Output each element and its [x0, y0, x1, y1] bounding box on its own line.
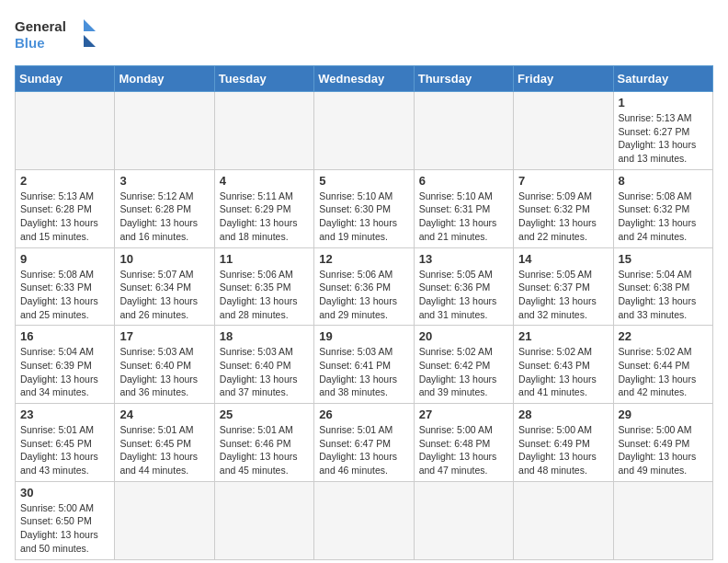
day-info: Sunrise: 5:05 AM Sunset: 6:36 PM Dayligh…	[419, 268, 508, 322]
day-number: 20	[419, 329, 508, 343]
day-number: 25	[220, 408, 309, 421]
calendar-week-5: 23Sunrise: 5:01 AM Sunset: 6:45 PM Dayli…	[16, 404, 713, 482]
day-number: 7	[518, 174, 608, 188]
day-number: 11	[220, 252, 309, 266]
calendar-cell	[214, 481, 313, 559]
calendar-cell: 22Sunrise: 5:02 AM Sunset: 6:44 PM Dayli…	[613, 326, 712, 404]
day-info: Sunrise: 5:07 AM Sunset: 6:34 PM Dayligh…	[119, 268, 209, 322]
calendar-cell	[514, 481, 613, 559]
calendar-cell	[314, 481, 414, 559]
calendar-cell: 13Sunrise: 5:05 AM Sunset: 6:36 PM Dayli…	[414, 247, 513, 326]
calendar-cell	[613, 481, 712, 559]
calendar-cell	[314, 92, 414, 170]
day-number: 12	[319, 252, 408, 266]
day-info: Sunrise: 5:01 AM Sunset: 6:46 PM Dayligh…	[220, 423, 309, 477]
calendar-cell: 8Sunrise: 5:08 AM Sunset: 6:32 PM Daylig…	[613, 169, 712, 247]
calendar-cell: 24Sunrise: 5:01 AM Sunset: 6:45 PM Dayli…	[115, 404, 214, 482]
calendar-cell: 18Sunrise: 5:03 AM Sunset: 6:40 PM Dayli…	[214, 326, 313, 404]
calendar-cell: 5Sunrise: 5:10 AM Sunset: 6:30 PM Daylig…	[314, 169, 414, 247]
calendar-week-4: 16Sunrise: 5:04 AM Sunset: 6:39 PM Dayli…	[16, 326, 713, 404]
day-info: Sunrise: 5:00 AM Sunset: 6:49 PM Dayligh…	[619, 423, 708, 477]
day-info: Sunrise: 5:02 AM Sunset: 6:43 PM Dayligh…	[518, 345, 608, 399]
day-number: 29	[619, 408, 708, 421]
calendar-cell	[514, 92, 613, 170]
calendar-cell: 16Sunrise: 5:04 AM Sunset: 6:39 PM Dayli…	[16, 326, 115, 404]
logo: General Blue	[15, 15, 97, 56]
day-number: 15	[619, 252, 708, 266]
calendar-cell: 25Sunrise: 5:01 AM Sunset: 6:46 PM Dayli…	[214, 404, 313, 482]
calendar-cell	[414, 481, 513, 559]
calendar-cell: 11Sunrise: 5:06 AM Sunset: 6:35 PM Dayli…	[214, 247, 313, 326]
calendar-cell: 21Sunrise: 5:02 AM Sunset: 6:43 PM Dayli…	[514, 326, 613, 404]
calendar-cell: 6Sunrise: 5:10 AM Sunset: 6:31 PM Daylig…	[414, 169, 513, 247]
day-number: 28	[518, 408, 608, 421]
day-number: 14	[518, 252, 608, 266]
svg-marker-2	[84, 19, 96, 31]
calendar-cell	[115, 92, 214, 170]
day-info: Sunrise: 5:08 AM Sunset: 6:32 PM Dayligh…	[619, 190, 708, 244]
day-info: Sunrise: 5:09 AM Sunset: 6:32 PM Dayligh…	[518, 190, 608, 244]
svg-text:Blue: Blue	[15, 35, 45, 51]
day-info: Sunrise: 5:00 AM Sunset: 6:49 PM Dayligh…	[518, 423, 608, 477]
calendar-cell: 28Sunrise: 5:00 AM Sunset: 6:49 PM Dayli…	[514, 404, 613, 482]
calendar-cell: 29Sunrise: 5:00 AM Sunset: 6:49 PM Dayli…	[613, 404, 712, 482]
calendar-cell: 17Sunrise: 5:03 AM Sunset: 6:40 PM Dayli…	[115, 326, 214, 404]
calendar-week-3: 9Sunrise: 5:08 AM Sunset: 6:33 PM Daylig…	[16, 247, 713, 326]
day-number: 27	[419, 408, 508, 421]
day-info: Sunrise: 5:02 AM Sunset: 6:44 PM Dayligh…	[619, 345, 708, 399]
day-number: 19	[319, 329, 408, 343]
day-info: Sunrise: 5:08 AM Sunset: 6:33 PM Dayligh…	[20, 268, 109, 322]
weekday-header-saturday: Saturday	[613, 66, 712, 92]
day-number: 10	[119, 252, 209, 266]
day-info: Sunrise: 5:04 AM Sunset: 6:39 PM Dayligh…	[20, 345, 109, 399]
day-number: 23	[20, 408, 109, 421]
day-info: Sunrise: 5:06 AM Sunset: 6:35 PM Dayligh…	[220, 268, 309, 322]
day-info: Sunrise: 5:03 AM Sunset: 6:40 PM Dayligh…	[220, 345, 309, 399]
day-number: 21	[518, 329, 608, 343]
day-number: 22	[619, 329, 708, 343]
day-number: 3	[119, 174, 209, 188]
day-info: Sunrise: 5:01 AM Sunset: 6:47 PM Dayligh…	[319, 423, 408, 477]
day-info: Sunrise: 5:12 AM Sunset: 6:28 PM Dayligh…	[119, 190, 209, 244]
day-info: Sunrise: 5:11 AM Sunset: 6:29 PM Dayligh…	[220, 190, 309, 244]
day-info: Sunrise: 5:02 AM Sunset: 6:42 PM Dayligh…	[419, 345, 508, 399]
day-number: 1	[619, 96, 708, 109]
day-info: Sunrise: 5:06 AM Sunset: 6:36 PM Dayligh…	[319, 268, 408, 322]
svg-text:General: General	[15, 18, 66, 34]
day-number: 26	[319, 408, 408, 421]
calendar-cell: 12Sunrise: 5:06 AM Sunset: 6:36 PM Dayli…	[314, 247, 414, 326]
day-number: 9	[20, 252, 109, 266]
day-info: Sunrise: 5:01 AM Sunset: 6:45 PM Dayligh…	[119, 423, 209, 477]
calendar-cell: 14Sunrise: 5:05 AM Sunset: 6:37 PM Dayli…	[514, 247, 613, 326]
weekday-header-thursday: Thursday	[414, 66, 513, 92]
calendar-cell	[414, 92, 513, 170]
day-info: Sunrise: 5:13 AM Sunset: 6:27 PM Dayligh…	[619, 111, 708, 166]
day-info: Sunrise: 5:10 AM Sunset: 6:30 PM Dayligh…	[319, 190, 408, 244]
day-number: 18	[220, 329, 309, 343]
day-number: 13	[419, 252, 508, 266]
day-info: Sunrise: 5:00 AM Sunset: 6:48 PM Dayligh…	[419, 423, 508, 477]
calendar-week-2: 2Sunrise: 5:13 AM Sunset: 6:28 PM Daylig…	[16, 169, 713, 247]
calendar-cell	[16, 92, 115, 170]
weekday-header-tuesday: Tuesday	[214, 66, 313, 92]
day-number: 5	[319, 174, 408, 188]
svg-marker-3	[84, 35, 96, 47]
calendar-cell: 15Sunrise: 5:04 AM Sunset: 6:38 PM Dayli…	[613, 247, 712, 326]
weekday-header-wednesday: Wednesday	[314, 66, 414, 92]
calendar-week-1: 1Sunrise: 5:13 AM Sunset: 6:27 PM Daylig…	[16, 92, 713, 170]
day-number: 16	[20, 329, 109, 343]
calendar-week-6: 30Sunrise: 5:00 AM Sunset: 6:50 PM Dayli…	[16, 481, 713, 559]
calendar-cell: 10Sunrise: 5:07 AM Sunset: 6:34 PM Dayli…	[115, 247, 214, 326]
logo-svg: General Blue	[15, 15, 97, 56]
day-info: Sunrise: 5:03 AM Sunset: 6:40 PM Dayligh…	[119, 345, 209, 399]
weekday-header-row: SundayMondayTuesdayWednesdayThursdayFrid…	[16, 66, 713, 92]
weekday-header-sunday: Sunday	[16, 66, 115, 92]
day-number: 8	[619, 174, 708, 188]
calendar-cell	[214, 92, 313, 170]
calendar-cell: 26Sunrise: 5:01 AM Sunset: 6:47 PM Dayli…	[314, 404, 414, 482]
day-info: Sunrise: 5:00 AM Sunset: 6:50 PM Dayligh…	[20, 501, 109, 556]
calendar-cell: 3Sunrise: 5:12 AM Sunset: 6:28 PM Daylig…	[115, 169, 214, 247]
calendar-cell: 4Sunrise: 5:11 AM Sunset: 6:29 PM Daylig…	[214, 169, 313, 247]
calendar-cell: 1Sunrise: 5:13 AM Sunset: 6:27 PM Daylig…	[613, 92, 712, 170]
calendar-cell: 2Sunrise: 5:13 AM Sunset: 6:28 PM Daylig…	[16, 169, 115, 247]
